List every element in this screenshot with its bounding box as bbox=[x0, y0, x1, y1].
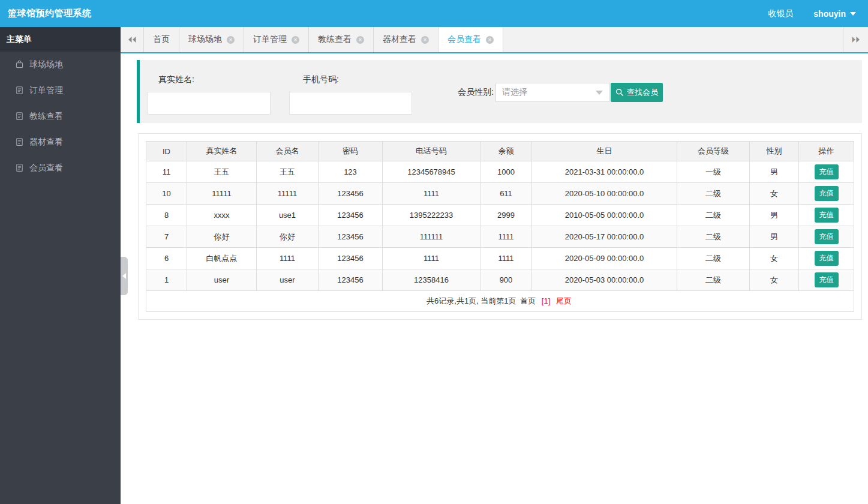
table-cell: 2020-05-10 00:00:00.0 bbox=[532, 183, 677, 205]
gender-select[interactable]: 请选择 bbox=[495, 83, 609, 102]
app-window: 篮球馆预约管理系统 收银员 shouyin 主菜单 球场场地订单管理教练查看器材… bbox=[0, 0, 868, 504]
gender-label: 会员性别: bbox=[458, 87, 494, 98]
search-button-label: 查找会员 bbox=[627, 87, 658, 98]
table-cell: 12358416 bbox=[383, 269, 480, 291]
pagination-last-link[interactable]: 尾页 bbox=[556, 296, 572, 305]
table-cell: 123 bbox=[319, 161, 383, 183]
user-role-label: 收银员 bbox=[768, 8, 793, 19]
tab-3[interactable]: 教练查看× bbox=[309, 27, 374, 52]
table-cell: user bbox=[187, 269, 257, 291]
sidebar-item-0[interactable]: 球场场地 bbox=[0, 52, 121, 77]
table-cell: 一级 bbox=[677, 161, 750, 183]
close-icon[interactable]: × bbox=[292, 36, 299, 44]
sidebar-item-label: 球场场地 bbox=[29, 59, 63, 70]
table-row: 11王五王五1231234567894510002021-03-31 00:00… bbox=[146, 161, 854, 183]
table-cell: 二级 bbox=[677, 205, 750, 226]
pagination-current-page[interactable]: [1] bbox=[542, 296, 550, 305]
column-header: 会员名 bbox=[257, 142, 319, 161]
recharge-button[interactable]: 充值 bbox=[815, 164, 839, 179]
recharge-button[interactable]: 充值 bbox=[815, 251, 839, 266]
table-cell: 王五 bbox=[187, 161, 257, 183]
table-cell: 7 bbox=[146, 226, 187, 248]
sidebar-item-3[interactable]: 器材查看 bbox=[0, 129, 121, 155]
sidebar-item-4[interactable]: 会员查看 bbox=[0, 155, 121, 181]
user-menu[interactable]: shouyin bbox=[813, 9, 856, 19]
table-cell: 男 bbox=[750, 205, 799, 226]
table-body: 11王五王五1231234567894510002021-03-31 00:00… bbox=[146, 161, 854, 291]
pagination-first-link[interactable]: 首页 bbox=[520, 296, 536, 305]
table-cell: 男 bbox=[750, 161, 799, 183]
tab-0[interactable]: 首页 bbox=[144, 27, 179, 52]
table-cell: 1111 bbox=[480, 226, 532, 248]
table-cell: 二级 bbox=[677, 226, 750, 248]
table-cell: 10 bbox=[146, 183, 187, 205]
sidebar-collapse-handle[interactable] bbox=[121, 257, 128, 295]
gender-select-value: 请选择 bbox=[502, 87, 527, 98]
phone-input[interactable] bbox=[289, 92, 412, 115]
recharge-button[interactable]: 充值 bbox=[815, 208, 839, 223]
table-cell-action: 充值 bbox=[799, 269, 854, 291]
table-cell: 900 bbox=[480, 269, 532, 291]
real-name-label: 真实姓名: bbox=[158, 74, 194, 85]
document-icon bbox=[15, 163, 24, 172]
table-cell: 白帆点点 bbox=[187, 248, 257, 269]
sidebar-title: 主菜单 bbox=[0, 27, 121, 52]
content-area: 真实姓名: 手机号码: 会员性别: 请选择 查找会员 bbox=[121, 53, 868, 504]
pagination-row: 共6记录,共1页, 当前第1页 首页 [1] 尾页 bbox=[146, 291, 854, 312]
table-cell: 123456 bbox=[319, 183, 383, 205]
table-cell: 王五 bbox=[257, 161, 319, 183]
column-header: 性别 bbox=[750, 142, 799, 161]
table-cell: 611 bbox=[480, 183, 532, 205]
tab-1[interactable]: 球场场地× bbox=[179, 27, 244, 52]
pagination: 共6记录,共1页, 当前第1页 首页 [1] 尾页 bbox=[146, 291, 854, 312]
table-cell: 你好 bbox=[187, 226, 257, 248]
search-panel: 真实姓名: 手机号码: 会员性别: 请选择 查找会员 bbox=[137, 60, 862, 123]
close-icon[interactable]: × bbox=[421, 36, 429, 44]
tab-5[interactable]: 会员查看× bbox=[438, 27, 503, 52]
table-cell: 1111 bbox=[383, 183, 480, 205]
sidebar-item-2[interactable]: 教练查看 bbox=[0, 103, 121, 129]
tabs-scroll-left-button[interactable] bbox=[121, 27, 144, 52]
table-cell: 二级 bbox=[677, 183, 750, 205]
app-header: 篮球馆预约管理系统 收银员 shouyin bbox=[0, 0, 868, 27]
header-right: 收银员 shouyin bbox=[768, 8, 856, 19]
table-row: 8xxxxuse1123456139522223329992010-05-05 … bbox=[146, 205, 854, 226]
phone-label: 手机号码: bbox=[303, 74, 339, 85]
table-cell: 123456 bbox=[319, 205, 383, 226]
tab-4[interactable]: 器材查看× bbox=[374, 27, 438, 52]
table-cell: 8 bbox=[146, 205, 187, 226]
close-icon[interactable]: × bbox=[227, 36, 235, 44]
tab-bar: 首页球场场地×订单管理×教练查看×器材查看×会员查看× bbox=[121, 27, 868, 53]
table-cell: 你好 bbox=[257, 226, 319, 248]
table-cell: xxxx bbox=[187, 205, 257, 226]
tab-label: 订单管理 bbox=[253, 34, 287, 45]
recharge-button[interactable]: 充值 bbox=[815, 186, 839, 201]
sidebar-item-1[interactable]: 订单管理 bbox=[0, 77, 121, 103]
table-cell-action: 充值 bbox=[799, 226, 854, 248]
table-cell: 123456 bbox=[319, 248, 383, 269]
table-cell: 2010-05-05 00:00:00.0 bbox=[532, 205, 677, 226]
column-header: 电话号码 bbox=[383, 142, 480, 161]
sidebar-item-label: 订单管理 bbox=[29, 85, 63, 96]
tab-label: 会员查看 bbox=[447, 34, 481, 45]
table-cell: 1395222233 bbox=[383, 205, 480, 226]
document-icon bbox=[15, 112, 24, 121]
column-header: 真实姓名 bbox=[187, 142, 257, 161]
table-cell: 123456 bbox=[319, 269, 383, 291]
real-name-input[interactable] bbox=[148, 92, 271, 115]
recharge-button[interactable]: 充值 bbox=[815, 229, 839, 244]
table-cell: 2020-05-17 00:00:00.0 bbox=[532, 226, 677, 248]
tabs-scroll-right-button[interactable] bbox=[843, 27, 868, 52]
recharge-button[interactable]: 充值 bbox=[815, 272, 839, 287]
search-member-button[interactable]: 查找会员 bbox=[611, 83, 663, 102]
table-cell: 111111 bbox=[383, 226, 480, 248]
close-icon[interactable]: × bbox=[356, 36, 364, 44]
sidebar-item-label: 器材查看 bbox=[29, 137, 63, 148]
sidebar-item-label: 教练查看 bbox=[29, 111, 63, 122]
close-icon[interactable]: × bbox=[486, 36, 494, 44]
column-header: 操作 bbox=[799, 142, 854, 161]
column-header: 余额 bbox=[480, 142, 532, 161]
table-card: ID真实姓名会员名密码电话号码余额生日会员等级性别操作 11王五王五123123… bbox=[138, 133, 862, 320]
tab-2[interactable]: 订单管理× bbox=[244, 27, 309, 52]
table-cell-action: 充值 bbox=[799, 205, 854, 226]
